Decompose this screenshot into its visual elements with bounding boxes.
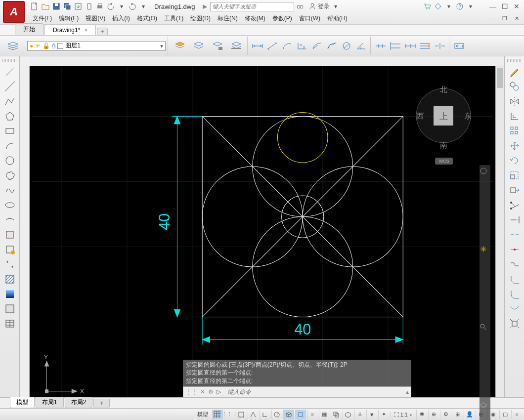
- save-button[interactable]: [51, 1, 61, 11]
- new-tab-button[interactable]: +: [97, 28, 108, 35]
- customize-status[interactable]: ≡: [511, 410, 522, 420]
- annotation-visibility[interactable]: ✱: [416, 410, 427, 420]
- undo-button[interactable]: [106, 1, 116, 11]
- open-button[interactable]: [41, 1, 50, 11]
- layer-walk-button[interactable]: [190, 37, 208, 55]
- maximize-button[interactable]: ☐: [499, 2, 510, 11]
- spline-button[interactable]: [2, 184, 17, 197]
- layout-tab-2[interactable]: 布局2: [65, 397, 93, 408]
- gizmo-toggle[interactable]: ✦: [378, 410, 389, 420]
- pan-icon[interactable]: [480, 245, 490, 319]
- lineweight-toggle[interactable]: ≡: [307, 410, 318, 420]
- mobile-button[interactable]: [84, 1, 94, 11]
- tab-drawing[interactable]: Drawing1*×: [44, 25, 96, 35]
- vertical-ruler[interactable]: [20, 66, 30, 397]
- model-space-button[interactable]: 模型: [194, 411, 211, 418]
- copy-button[interactable]: [507, 80, 522, 93]
- close-icon[interactable]: ×: [84, 27, 87, 34]
- explode-button[interactable]: [507, 317, 522, 330]
- doc-close-button[interactable]: ✕: [511, 14, 522, 23]
- workspace-switch[interactable]: ⚙: [440, 410, 451, 420]
- units-toggle[interactable]: 👤: [464, 410, 475, 420]
- dim-quick-button[interactable]: [374, 39, 388, 53]
- move-button[interactable]: [507, 139, 522, 152]
- snap-toggle[interactable]: ⋮⋮⋮: [224, 410, 235, 420]
- expand-icon[interactable]: ▴: [406, 388, 409, 395]
- layer-isolate-button[interactable]: [209, 37, 226, 55]
- table-button[interactable]: [2, 317, 17, 330]
- polygon-button[interactable]: [2, 110, 17, 123]
- dropdown-icon[interactable]: ▾: [466, 1, 476, 11]
- 3dosnap-toggle[interactable]: [343, 410, 353, 420]
- layer-panel-button[interactable]: [4, 37, 22, 55]
- isoplane-toggle[interactable]: [283, 410, 294, 420]
- dropdown-icon[interactable]: ▾: [160, 42, 163, 49]
- close-button[interactable]: ✕: [511, 2, 522, 11]
- layer-tools-button[interactable]: [227, 37, 245, 55]
- grip[interactable]: [507, 59, 522, 62]
- layer-states-button[interactable]: [171, 37, 189, 55]
- tab-start[interactable]: 开始: [15, 23, 44, 35]
- annotation-autoscale[interactable]: ⊕: [428, 410, 439, 420]
- new-button[interactable]: [30, 1, 40, 11]
- line-button[interactable]: [2, 65, 17, 78]
- export-button[interactable]: [73, 1, 83, 11]
- dim-radius-button[interactable]: [310, 39, 324, 53]
- command-input[interactable]: [227, 388, 403, 395]
- ellipse-arc-button[interactable]: [2, 213, 17, 226]
- binoculars-icon[interactable]: [295, 1, 305, 11]
- menu-file[interactable]: 文件(F): [30, 13, 55, 24]
- point-button[interactable]: [2, 258, 17, 271]
- trim-button[interactable]: [507, 199, 522, 211]
- menu-param[interactable]: 参数(P): [269, 13, 295, 24]
- grip[interactable]: [2, 59, 17, 62]
- dim-ordinate-button[interactable]: xy: [295, 39, 309, 53]
- join-button[interactable]: [507, 258, 522, 271]
- close-icon[interactable]: ✕: [200, 388, 205, 395]
- exchange-icon[interactable]: [433, 1, 443, 11]
- grip-icon[interactable]: ⋮⋮: [185, 388, 197, 395]
- rectangle-button[interactable]: [2, 125, 17, 137]
- dim-angular-button[interactable]: [354, 39, 368, 53]
- hatch-button[interactable]: [2, 273, 17, 286]
- region-button[interactable]: [2, 302, 17, 315]
- menu-format[interactable]: 格式(O): [134, 13, 160, 24]
- dim-jogged-button[interactable]: [325, 39, 339, 53]
- fillet-button[interactable]: [507, 288, 522, 300]
- array-button[interactable]: [507, 125, 522, 137]
- redo-button[interactable]: [128, 1, 137, 11]
- pencil-icon[interactable]: [507, 65, 522, 78]
- break-button[interactable]: [507, 228, 522, 241]
- dim-baseline-button[interactable]: [389, 39, 402, 53]
- rotate-button[interactable]: [507, 154, 522, 167]
- app-logo[interactable]: A: [3, 1, 25, 23]
- dynamic-ucs-toggle[interactable]: ⅄: [354, 410, 365, 420]
- dim-aligned-button[interactable]: [265, 39, 279, 53]
- break-at-point-button[interactable]: [507, 243, 522, 256]
- stretch-button[interactable]: [507, 184, 522, 197]
- menu-draw[interactable]: 绘图(D): [187, 13, 214, 24]
- pline-button[interactable]: [2, 95, 17, 108]
- menu-modify[interactable]: 修改(M): [242, 13, 268, 24]
- ortho-toggle[interactable]: [260, 410, 270, 420]
- menu-insert[interactable]: 插入(I): [109, 13, 132, 24]
- annotation-scale[interactable]: ⛶ 1:1 ▾: [390, 412, 415, 418]
- dim-break-button[interactable]: [433, 39, 447, 53]
- extend-button[interactable]: [507, 213, 522, 226]
- infer-toggle[interactable]: [236, 410, 247, 420]
- drawing-canvas[interactable]: 40 40 X Y: [30, 66, 495, 397]
- doc-minimize-button[interactable]: —: [487, 14, 498, 23]
- xline-button[interactable]: [2, 80, 17, 93]
- vertical-scrollbar[interactable]: [495, 66, 504, 397]
- navigation-bar[interactable]: [480, 165, 490, 420]
- offset-button[interactable]: [507, 110, 522, 123]
- revcloud-button[interactable]: [2, 169, 17, 182]
- arc-button[interactable]: [2, 139, 17, 152]
- transparency-toggle[interactable]: ▦: [319, 410, 330, 420]
- menu-view[interactable]: 视图(V): [83, 13, 108, 24]
- orbit-icon[interactable]: [480, 401, 490, 420]
- menu-dim[interactable]: 标注(N): [215, 13, 241, 24]
- layout-tab-model[interactable]: 模型: [10, 397, 35, 408]
- mirror-button[interactable]: [507, 95, 522, 108]
- customize-icon[interactable]: ⚙: [208, 388, 214, 395]
